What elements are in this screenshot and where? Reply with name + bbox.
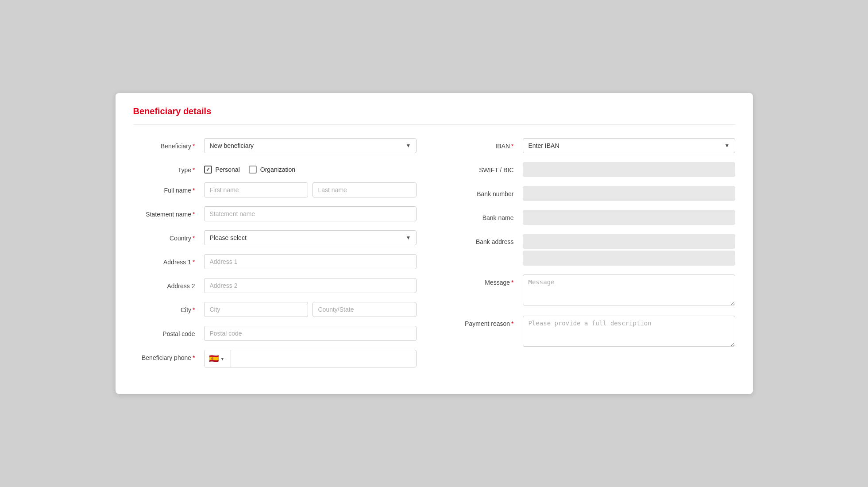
postal-label: Postal code — [133, 326, 204, 337]
bank-number-input[interactable] — [523, 186, 735, 201]
phone-control: 🇪🇸 ▼ 612 34 56 78 — [204, 350, 417, 367]
bank-name-label: Bank name — [452, 210, 523, 221]
city-input[interactable] — [204, 302, 308, 317]
city-row: City* — [133, 302, 417, 317]
bank-number-row: Bank number — [452, 186, 735, 201]
country-select[interactable]: Please select — [204, 230, 417, 245]
iban-label: IBAN* — [452, 138, 523, 150]
swift-control — [523, 162, 735, 177]
city-inputs — [204, 302, 417, 317]
country-select-wrapper: Please select ▼ — [204, 230, 417, 245]
payment-reason-control — [523, 316, 735, 348]
swift-row: SWIFT / BIC — [452, 162, 735, 177]
phone-row: Beneficiary phone* 🇪🇸 ▼ 612 34 56 78 — [133, 350, 417, 367]
bank-address-input[interactable] — [523, 234, 735, 249]
country-row: Country* Please select ▼ — [133, 230, 417, 245]
type-personal-option[interactable]: Personal — [204, 166, 240, 174]
personal-checkbox[interactable] — [204, 166, 212, 174]
type-row: Type* Personal Organization — [133, 162, 417, 174]
beneficiary-control: New beneficiary ▼ — [204, 138, 417, 153]
iban-select-wrapper: Enter IBAN ▼ — [523, 138, 735, 153]
bank-number-control — [523, 186, 735, 201]
beneficiary-row: Beneficiary* New beneficiary ▼ — [133, 138, 417, 153]
message-control — [523, 274, 735, 307]
bank-name-control — [523, 210, 735, 225]
statement-input[interactable] — [204, 206, 417, 221]
phone-label: Beneficiary phone* — [133, 350, 204, 361]
type-organization-option[interactable]: Organization — [249, 166, 295, 174]
iban-control: Enter IBAN ▼ — [523, 138, 735, 153]
page-title: Beneficiary details — [133, 106, 735, 125]
phone-input[interactable]: 612 34 56 78 — [231, 352, 416, 366]
type-personal-label: Personal — [216, 166, 240, 173]
address1-input[interactable] — [204, 254, 417, 269]
statement-control — [204, 206, 417, 221]
country-label: Country* — [133, 230, 204, 242]
swift-input[interactable] — [523, 162, 735, 177]
type-label: Type* — [133, 162, 204, 174]
message-textarea[interactable] — [523, 274, 735, 305]
country-control: Please select ▼ — [204, 230, 417, 245]
beneficiary-details-card: Beneficiary details Beneficiary* New ben… — [116, 93, 753, 394]
statement-label: Statement name* — [133, 206, 204, 218]
state-input[interactable] — [312, 302, 417, 317]
bank-number-label: Bank number — [452, 186, 523, 197]
address2-control — [204, 278, 417, 293]
right-column: IBAN* Enter IBAN ▼ SWIFT / BIC — [452, 138, 735, 376]
postal-input[interactable] — [204, 326, 417, 341]
bank-address-row: Bank address — [452, 234, 735, 266]
fullname-row: Full name* — [133, 182, 417, 197]
payment-reason-textarea[interactable] — [523, 316, 735, 347]
form-grid: Beneficiary* New beneficiary ▼ Type* — [133, 138, 735, 376]
organization-checkbox[interactable] — [249, 166, 257, 174]
bank-name-input[interactable] — [523, 210, 735, 225]
address2-label: Address 2 — [133, 278, 204, 290]
bank-address-extra-control — [523, 251, 735, 266]
iban-select[interactable]: Enter IBAN — [523, 138, 735, 153]
beneficiary-label: Beneficiary* — [133, 138, 204, 150]
bank-name-row: Bank name — [452, 210, 735, 225]
lastname-input[interactable] — [312, 182, 417, 197]
bank-address-control — [523, 234, 735, 266]
flag-chevron-icon: ▼ — [220, 356, 225, 361]
beneficiary-select-wrapper: New beneficiary ▼ — [204, 138, 417, 153]
address1-control — [204, 254, 417, 269]
type-control: Personal Organization — [204, 162, 417, 174]
payment-reason-label: Payment reason* — [452, 316, 523, 327]
city-label: City* — [133, 302, 204, 313]
message-row: Message* — [452, 274, 735, 307]
type-options: Personal Organization — [204, 162, 417, 174]
statement-row: Statement name* — [133, 206, 417, 221]
address2-row: Address 2 — [133, 278, 417, 293]
spain-flag-icon: 🇪🇸 — [209, 354, 219, 363]
left-column: Beneficiary* New beneficiary ▼ Type* — [133, 138, 417, 376]
address2-input[interactable] — [204, 278, 417, 293]
postal-row: Postal code — [133, 326, 417, 341]
fullname-label: Full name* — [133, 182, 204, 194]
phone-flag-selector[interactable]: 🇪🇸 ▼ — [204, 350, 231, 367]
swift-label: SWIFT / BIC — [452, 162, 523, 174]
payment-reason-row: Payment reason* — [452, 316, 735, 348]
bank-address-label: Bank address — [452, 234, 523, 245]
iban-row: IBAN* Enter IBAN ▼ — [452, 138, 735, 153]
firstname-input[interactable] — [204, 182, 308, 197]
fullname-control — [204, 182, 417, 197]
city-control — [204, 302, 417, 317]
message-label: Message* — [452, 274, 523, 286]
name-inputs — [204, 182, 417, 197]
address1-label: Address 1* — [133, 254, 204, 266]
phone-input-group: 🇪🇸 ▼ 612 34 56 78 — [204, 350, 417, 367]
beneficiary-select[interactable]: New beneficiary — [204, 138, 417, 153]
type-organization-label: Organization — [260, 166, 295, 173]
bank-address-extra-input[interactable] — [523, 251, 735, 266]
postal-control — [204, 326, 417, 341]
address1-row: Address 1* — [133, 254, 417, 269]
